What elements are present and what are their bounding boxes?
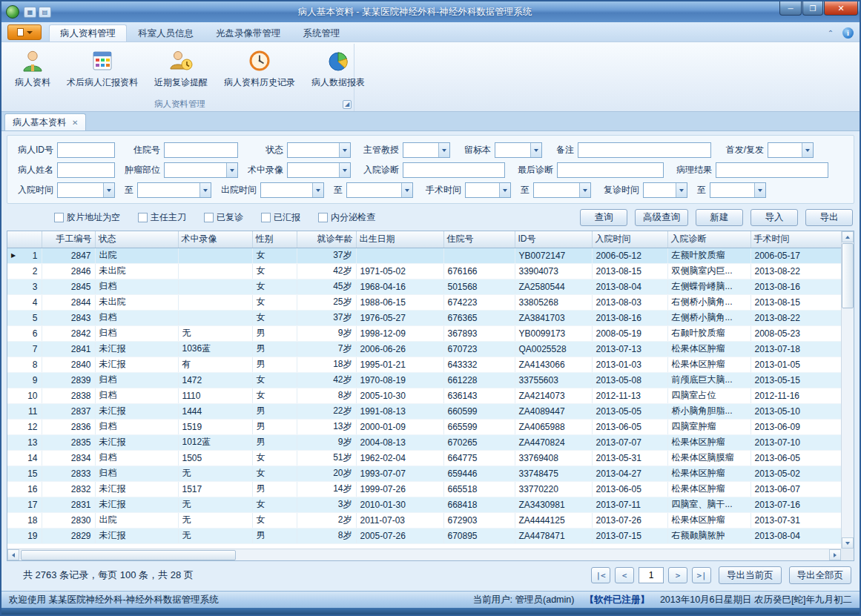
info-icon[interactable]: i <box>842 27 854 39</box>
export-all-pages-button[interactable]: 导出全部页 <box>789 566 852 584</box>
ribbon-tab-disc-video[interactable]: 光盘录像带管理 <box>205 24 292 42</box>
column-header[interactable] <box>7 231 42 248</box>
table-row[interactable]: 162832未汇报1517男14岁1999-07-266655183377022… <box>7 481 842 497</box>
table-row[interactable]: 32845归档女45岁1968-04-16501568ZA25805442013… <box>7 279 842 294</box>
tab-patient-basic-data[interactable]: 病人基本资料 ✕ <box>4 113 86 130</box>
discharge-date-from-combo-text[interactable] <box>261 183 311 197</box>
dropdown-arrow-icon[interactable] <box>339 143 350 157</box>
ribbon-tab-patient-management[interactable]: 病人资料管理 <box>49 24 127 42</box>
table-row[interactable]: 82840未汇报有男18岁1995-01-21643332ZA414306620… <box>7 357 842 372</box>
column-header[interactable]: 手工编号 <box>42 231 95 248</box>
horizontal-scrollbar[interactable] <box>7 549 841 560</box>
discharge-date-to-combo[interactable] <box>346 182 413 198</box>
admission-no-input[interactable] <box>164 142 238 158</box>
table-row[interactable]: 52843归档女37岁1976-05-27676365ZA38417032013… <box>7 310 842 325</box>
prev-page-button[interactable]: < <box>615 567 634 583</box>
import-button[interactable]: 导入 <box>751 209 798 226</box>
application-menu-button[interactable] <box>7 24 42 40</box>
revisit-date-to-combo-text[interactable] <box>710 183 753 197</box>
table-row[interactable]: 172831未汇报无女3岁2010-01-30668418ZA343098120… <box>7 497 842 512</box>
intraop-video-combo[interactable] <box>287 162 351 178</box>
specimen-combo[interactable] <box>495 142 542 158</box>
column-header[interactable]: ID号 <box>515 231 592 248</box>
checkbox-box-icon[interactable] <box>204 213 214 222</box>
table-row[interactable]: 62842归档无男9岁1998-12-09367893YB00991732008… <box>7 325 842 341</box>
scroll-left-icon[interactable] <box>7 549 19 560</box>
collapse-ribbon-icon[interactable]: ⌃ <box>825 28 837 39</box>
remark-input-text[interactable] <box>578 143 710 157</box>
dropdown-arrow-icon[interactable] <box>226 163 237 177</box>
dropdown-arrow-icon[interactable] <box>103 183 114 197</box>
table-row[interactable]: 142834归档1505女51岁1962-02-0466477533769408… <box>7 450 842 466</box>
column-header[interactable]: 状态 <box>95 231 178 248</box>
patient-id-input[interactable] <box>57 142 115 158</box>
page-number-input[interactable] <box>639 567 664 583</box>
remark-input[interactable] <box>578 142 711 158</box>
revisit-date-from-combo[interactable] <box>643 182 687 198</box>
export-current-page-button[interactable]: 导出当前页 <box>719 566 782 584</box>
intraop-video-combo-text[interactable] <box>288 163 338 177</box>
column-header[interactable]: 住院号 <box>443 231 515 248</box>
reported-checkbox[interactable]: 已汇报 <box>261 211 300 224</box>
specimen-combo-text[interactable] <box>495 143 530 157</box>
revisit-reminder-button[interactable]: 近期复诊提醒 <box>148 45 214 90</box>
scroll-down-icon[interactable] <box>842 537 854 549</box>
professor-combo-text[interactable] <box>403 143 438 157</box>
dropdown-arrow-icon[interactable] <box>754 183 765 197</box>
admit-date-to-combo[interactable] <box>137 182 211 198</box>
column-header[interactable]: 性别 <box>252 231 297 248</box>
vertical-scrollbar[interactable] <box>841 231 854 549</box>
horizontal-scroll-thumb[interactable] <box>21 550 236 560</box>
endocrine-exam-checkbox[interactable]: 内分泌检查 <box>318 211 375 224</box>
table-row[interactable]: ▶12847出院女37岁YB00721472006-05-12左额叶胶质瘤200… <box>7 248 842 263</box>
column-header[interactable]: 出生日期 <box>356 231 443 248</box>
column-header[interactable]: 手术时间 <box>751 231 842 248</box>
dropdown-arrow-icon[interactable] <box>579 183 590 197</box>
vertical-scroll-thumb[interactable] <box>842 243 854 308</box>
quick-access-icon[interactable]: ▦ <box>24 7 36 18</box>
tumor-site-combo-text[interactable] <box>165 163 225 177</box>
column-header[interactable]: 入院诊断 <box>667 231 751 248</box>
checkbox-box-icon[interactable] <box>318 213 328 222</box>
table-row[interactable]: 122836归档1519男13岁2000-01-09665599ZA406598… <box>7 419 842 434</box>
table-row[interactable]: 102838归档1110女8岁2005-10-30636143ZA4214073… <box>7 388 842 403</box>
revisit-date-to-combo[interactable] <box>710 182 766 198</box>
query-button[interactable]: 查询 <box>580 209 627 226</box>
tumor-site-combo[interactable] <box>164 162 238 178</box>
minimize-button[interactable]: ─ <box>779 1 802 16</box>
tab-close-icon[interactable]: ✕ <box>72 119 78 127</box>
surgery-date-from-combo[interactable] <box>465 182 511 198</box>
close-button[interactable]: ✕ <box>824 1 858 16</box>
checkbox-box-icon[interactable] <box>261 213 271 222</box>
status-combo-text[interactable] <box>288 143 338 157</box>
table-row[interactable]: 132835未汇报1012蓝男9岁2004-08-13670265ZA44708… <box>7 434 842 450</box>
patient-name-input[interactable] <box>57 162 115 178</box>
first-recur-combo[interactable] <box>768 142 814 158</box>
ribbon-tab-system[interactable]: 系统管理 <box>292 24 352 42</box>
dropdown-arrow-icon[interactable] <box>401 183 412 197</box>
table-row[interactable]: 182830出院无女2岁2011-07-03672903ZA4444125201… <box>7 512 842 528</box>
first-recur-combo-text[interactable] <box>768 143 801 157</box>
next-page-button[interactable]: > <box>668 567 687 583</box>
advanced-query-button[interactable]: 高级查询 <box>635 209 688 226</box>
dropdown-arrow-icon[interactable] <box>499 183 510 197</box>
admit-date-to-combo-text[interactable] <box>138 183 199 197</box>
patient-report-button[interactable]: 病人数据报表 <box>306 45 371 90</box>
checkbox-box-icon[interactable] <box>138 213 148 222</box>
dropdown-arrow-icon[interactable] <box>676 183 687 197</box>
final-diagnosis-input-text[interactable] <box>558 163 663 177</box>
dropdown-arrow-icon[interactable] <box>312 183 323 197</box>
admission-no-input-text[interactable] <box>165 143 237 157</box>
table-row[interactable]: 72841未汇报1036蓝男7岁2006-06-26670723QA002552… <box>7 341 842 357</box>
admit-diagnosis-input[interactable] <box>403 162 505 178</box>
maximize-button[interactable]: ❐ <box>802 1 823 16</box>
export-button[interactable]: 导出 <box>805 209 853 226</box>
pathology-result-input[interactable] <box>716 162 828 178</box>
surgery-date-to-combo[interactable] <box>533 182 591 198</box>
film-address-empty-checkbox[interactable]: 胶片地址为空 <box>54 211 120 224</box>
table-row[interactable]: 22846未出院女42岁1971-05-02676166339040732013… <box>7 263 842 279</box>
admit-date-from-combo-text[interactable] <box>58 183 102 197</box>
revisited-checkbox[interactable]: 已复诊 <box>204 211 243 224</box>
chief-surgeon-checkbox[interactable]: 主任主刀 <box>138 211 186 224</box>
dropdown-arrow-icon[interactable] <box>199 183 211 197</box>
